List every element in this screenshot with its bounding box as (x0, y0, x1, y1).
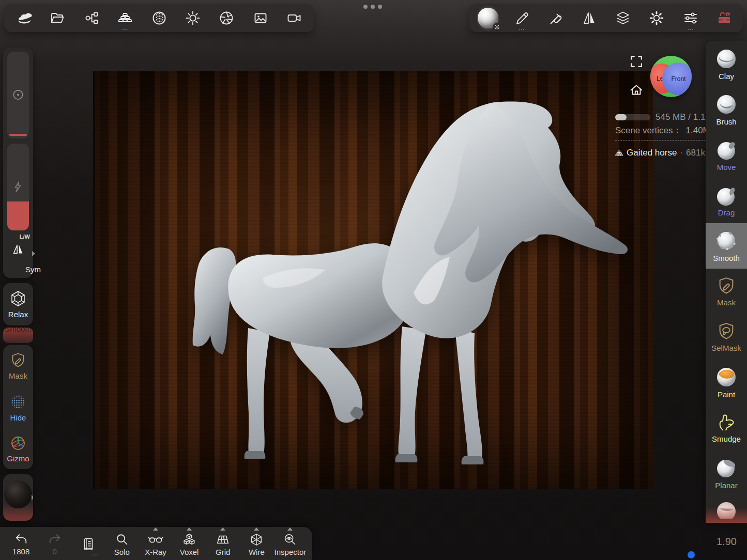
postprocess-button[interactable] (215, 7, 238, 29)
scene-graph-button[interactable] (80, 7, 103, 29)
memory-usage-text: 545 MB / 1.13 G (655, 112, 706, 123)
xray-button[interactable]: X-Ray (139, 527, 172, 560)
camera-button[interactable] (283, 7, 306, 29)
tool-selmask[interactable]: SelMask (706, 314, 747, 360)
grid-button[interactable]: Grid (206, 527, 240, 560)
fullscreen-button[interactable] (629, 54, 644, 69)
layers-button[interactable] (612, 7, 634, 29)
relax-web-icon (9, 290, 27, 307)
lighting-button[interactable] (181, 7, 204, 29)
undo-button[interactable]: 1808 (4, 527, 38, 560)
undo-icon (14, 533, 28, 547)
tweaks-button[interactable]: … (679, 7, 702, 29)
voxel-label: Voxel (180, 548, 199, 556)
background-button[interactable] (249, 7, 272, 29)
toolbox-icon (716, 10, 733, 26)
fullscreen-corners-icon (629, 54, 644, 69)
brush-tool-icon (715, 93, 738, 116)
redo-button[interactable]: 0 (38, 527, 71, 560)
wire-button[interactable]: Wire (240, 527, 273, 560)
tool-paint-label: Paint (718, 390, 735, 399)
history-button[interactable]: … (71, 527, 105, 560)
material-preview-button[interactable] (3, 474, 33, 521)
xray-label: X-Ray (145, 548, 166, 556)
stats-separator (615, 140, 705, 141)
material-button[interactable] (148, 7, 171, 29)
tool-clay[interactable]: Clay (706, 41, 747, 87)
xray-caret-icon (153, 527, 158, 531)
radius-slider[interactable] (7, 52, 29, 138)
mirror-symmetry-icon (582, 10, 597, 26)
inspector-button[interactable]: Inspector (273, 527, 307, 560)
home-view-button[interactable] (629, 82, 644, 98)
tool-planar[interactable]: Planar (706, 450, 747, 496)
redo-icon (48, 533, 62, 547)
strength-slider-value (7, 201, 29, 230)
scene-vertices-row: Scene vertices：1.40M (615, 125, 710, 136)
smudge-tool-icon (716, 412, 737, 433)
grid-label: Grid (216, 548, 230, 556)
tool-move[interactable]: Move (706, 132, 747, 178)
paintbrush-icon (548, 10, 563, 26)
memory-usage-bar (615, 114, 650, 120)
tool-smooth[interactable]: Smooth (706, 223, 747, 269)
voxel-caret-icon (187, 527, 192, 531)
sliders-icon (683, 10, 698, 26)
clay-tool-icon (715, 48, 738, 70)
solo-button[interactable]: Solo (105, 527, 139, 560)
planar-tool-icon (715, 457, 738, 479)
tool-mask[interactable]: Mask (706, 269, 747, 314)
toolbox-button[interactable] (713, 7, 736, 29)
touch-indicator-dot (688, 551, 695, 558)
lightning-icon (11, 180, 25, 193)
aperture-icon (219, 10, 234, 26)
gizmo-tool-button[interactable]: Gizmo (3, 428, 33, 469)
active-tool-preview-button[interactable] (477, 7, 499, 29)
symmetry-toggle[interactable]: L/W Sym (3, 235, 33, 274)
nomad-logo-icon (16, 10, 32, 26)
sculpt-viewport[interactable] (93, 71, 653, 489)
smooth-tool-peek[interactable]: Smooth (3, 328, 33, 343)
tool-paint[interactable]: Paint (706, 360, 747, 405)
paint-all-button[interactable] (544, 7, 567, 29)
relax-tool-button[interactable]: Relax (3, 283, 33, 325)
orientation-nav-ball[interactable]: Left Front (650, 56, 692, 97)
sym-label: Sym (18, 265, 48, 274)
nav-front-face[interactable]: Front (662, 63, 692, 95)
topology-overflow-dots: … (122, 24, 129, 32)
tool-sidebar: Clay Brush Move Drag (706, 41, 747, 523)
nav-front-label: Front (671, 75, 685, 83)
object-vertex-count: 681k (686, 148, 705, 158)
voxel-button[interactable]: Voxel (173, 527, 206, 560)
mask-tool-button[interactable]: Mask (3, 345, 33, 386)
strength-slider[interactable] (7, 144, 29, 230)
layers-stack-icon (615, 10, 631, 26)
home-icon (629, 82, 644, 98)
hide-label: Hide (10, 413, 26, 422)
selmask-tool-icon (716, 321, 737, 342)
gizmo-label: Gizmo (7, 454, 29, 463)
window-drag-handle[interactable] (363, 5, 382, 9)
tool-smudge[interactable]: Smudge (706, 405, 747, 450)
symmetry-button[interactable] (578, 7, 601, 29)
sym-mode-label: L/W (20, 234, 30, 240)
mask-label: Mask (9, 371, 27, 380)
tool-planar-label: Planar (715, 481, 737, 490)
app-logo-button[interactable] (12, 7, 35, 29)
scene-object-row[interactable]: Gaited horse · 681k (615, 148, 705, 158)
hide-tool-button[interactable]: Hide (3, 386, 33, 428)
stroke-button[interactable]: … (510, 7, 533, 29)
video-camera-icon (286, 10, 302, 26)
smooth-tool-icon (715, 229, 738, 252)
tool-brush[interactable]: Brush (706, 87, 747, 132)
object-name: Gaited horse (627, 148, 677, 158)
folder-icon (50, 10, 65, 26)
topology-button[interactable]: … (114, 7, 136, 29)
tool-drag[interactable]: Drag (706, 178, 747, 223)
tool-smudge-label: Smudge (712, 434, 741, 443)
wireframe-icon (249, 533, 264, 547)
wire-label: Wire (249, 548, 265, 556)
settings-button[interactable] (645, 7, 668, 29)
move-tool-icon (715, 138, 738, 161)
files-button[interactable] (46, 7, 69, 29)
